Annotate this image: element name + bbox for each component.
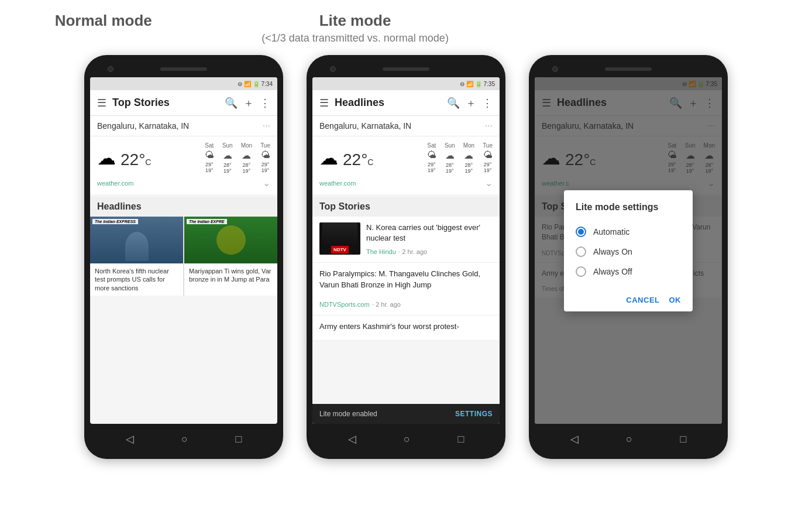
status-icons-1: ⊖ 📶 🔋 7:34 — [238, 81, 273, 87]
dialog-cancel-btn[interactable]: CANCEL — [626, 296, 659, 304]
dialog-option-always-off-label: Always Off — [593, 267, 632, 276]
news-source-2: NDTVSports.com — [319, 301, 370, 308]
location-bar-1: Bengaluru, Karnataka, IN ··· — [90, 116, 277, 136]
radio-always-off[interactable] — [576, 266, 586, 277]
wifi-icon: 📶 — [244, 81, 251, 87]
weather-temp-2: 22°C — [343, 150, 373, 169]
back-btn-1[interactable]: ◁ — [126, 433, 134, 445]
more-icon-1[interactable]: ⋮ — [260, 97, 270, 109]
settings-link[interactable]: SETTINGS — [455, 410, 493, 418]
news-card-2[interactable]: Rio Paralympics: M. Thangavelu Clinches … — [312, 263, 500, 315]
weather-link-2[interactable]: weather.com — [319, 180, 356, 187]
news-thumb-1: NDTV — [319, 222, 360, 255]
camera-dot-2 — [330, 66, 336, 72]
weather-footer-1: weather.com ⌄ — [97, 177, 270, 188]
recent-btn-2[interactable]: □ — [457, 433, 464, 445]
weather-footer-2: weather.com ⌄ — [319, 177, 493, 188]
lite-mode-title: Lite mode — [262, 12, 449, 30]
phones-row: ⊖ 📶 🔋 7:34 ☰ Top Stories 🔍 ＋ ⋮ Bengaluru… — [0, 55, 812, 459]
search-icon-1[interactable]: 🔍 — [225, 97, 238, 109]
lite-mode-header: Lite mode (<1/3 data transmitted vs. nor… — [262, 12, 449, 44]
home-btn-2[interactable]: ○ — [404, 433, 410, 445]
news-card-1[interactable]: NDTV N. Korea carries out 'biggest ever'… — [312, 217, 500, 263]
camera-dot-3 — [552, 66, 558, 72]
section-header-2: Top Stories — [312, 197, 500, 217]
big-news-card-2[interactable]: The Indian EXPRE Mariyappan Ti wins gold… — [184, 217, 277, 296]
weather-days-1: Sat 🌤 29°19° Sun ☁ 28°19° Mon ☁ 28° — [205, 142, 270, 174]
weather-day-sun-2: Sun ☁ 28°19° — [445, 142, 455, 174]
recent-btn-1[interactable]: □ — [235, 433, 242, 445]
weather-main-icon-1: ☁ — [97, 147, 116, 169]
search-icon-2[interactable]: 🔍 — [447, 97, 460, 109]
location-text-2: Bengaluru, Karnataka, IN — [319, 121, 411, 131]
normal-mode-header: Normal mode — [55, 12, 152, 44]
location-more-1[interactable]: ··· — [263, 121, 270, 131]
back-btn-2[interactable]: ◁ — [348, 433, 356, 445]
dialog-option-automatic-label: Automatic — [593, 227, 629, 236]
news-img-label-2: The Indian EXPRE — [187, 219, 227, 224]
news-time-2: · 2 hr. ago — [372, 301, 401, 308]
status-icons-2: ⊖ 📶 🔋 7:35 — [460, 81, 495, 87]
ndtv-label: NDTV — [331, 246, 349, 253]
home-btn-1[interactable]: ○ — [181, 433, 188, 445]
weather-day-mon-1: Mon ☁ 28°19° — [241, 142, 252, 174]
weather-day-mon-2: Mon ☁ 28°19° — [463, 142, 474, 174]
dialog-option-always-off[interactable]: Always Off — [576, 262, 681, 282]
wifi-icon-2: 📶 — [466, 81, 473, 87]
lite-mode-bar: Lite mode enabled SETTINGS — [312, 404, 500, 424]
camera-dot — [108, 66, 113, 72]
location-more-2[interactable]: ··· — [485, 121, 493, 131]
news-card-3[interactable]: Army enters Kashmir's four worst protest… — [312, 316, 500, 341]
normal-mode-title: Normal mode — [55, 12, 152, 30]
lite-mode-subtitle: (<1/3 data transmitted vs. normal mode) — [262, 32, 449, 44]
status-bar-1: ⊖ 📶 🔋 7:34 — [90, 77, 277, 90]
big-news-card-1[interactable]: The Indian EXPRESS North Korea's fifth n… — [90, 217, 183, 296]
weather-link-1[interactable]: weather.com — [97, 180, 133, 187]
menu-icon-2[interactable]: ☰ — [319, 97, 329, 109]
spacer-2 — [312, 341, 500, 404]
weather-widget-1: ☁ 22°C Sat 🌤 29°19° Sun ☁ 28°19° — [90, 136, 277, 194]
news-caption-1: North Korea's fifth nuclear test prompts… — [90, 263, 183, 296]
phone1-screen: ⊖ 📶 🔋 7:34 ☰ Top Stories 🔍 ＋ ⋮ Bengaluru… — [90, 77, 277, 424]
dialog-ok-btn[interactable]: OK — [669, 296, 682, 304]
status-bar-2: ⊖ 📶 🔋 7:35 — [312, 77, 500, 90]
phone2-bottom-bar: ◁ ○ □ — [312, 427, 500, 451]
radio-always-on[interactable] — [576, 246, 586, 257]
news-img-2: The Indian EXPRE — [184, 217, 277, 263]
weather-row-2: ☁ 22°C Sat 🌤 29°19° Sun ☁ 28°19° — [319, 142, 493, 174]
weather-day-sat-2: Sat 🌤 29°19° — [427, 142, 436, 174]
weather-expand-1[interactable]: ⌄ — [263, 177, 270, 188]
section-header-1: Headlines — [90, 197, 277, 217]
phone2-screen: ⊖ 📶 🔋 7:35 ☰ Headlines 🔍 ＋ ⋮ Bengaluru, … — [312, 77, 500, 424]
page-headers: Normal mode Lite mode (<1/3 data transmi… — [0, 12, 812, 44]
big-news-grid-1: The Indian EXPRESS North Korea's fifth n… — [90, 217, 277, 296]
weather-day-sun-1: Sun ☁ 28°19° — [222, 142, 233, 174]
dialog-overlay: Lite mode settings Automatic Always On — [535, 77, 722, 424]
dialog-title: Lite mode settings — [576, 202, 681, 212]
dialog-actions: CANCEL OK — [576, 291, 681, 304]
weather-day-tue-2: Tue 🌤 29°19° — [483, 142, 493, 174]
location-bar-2: Bengaluru, Karnataka, IN ··· — [312, 116, 500, 136]
lite-mode-dialog: Lite mode settings Automatic Always On — [564, 190, 693, 311]
phone2-top — [312, 63, 500, 75]
signal-icon-2: ⊖ — [460, 81, 465, 87]
menu-icon-1[interactable]: ☰ — [97, 97, 106, 109]
more-icon-2[interactable]: ⋮ — [482, 97, 493, 109]
add-icon-2[interactable]: ＋ — [466, 96, 476, 110]
weather-expand-2[interactable]: ⌄ — [485, 177, 493, 188]
back-btn-3[interactable]: ◁ — [570, 433, 579, 445]
recent-btn-3[interactable]: □ — [680, 433, 686, 445]
battery-icon-2: 🔋 — [475, 81, 482, 87]
dialog-option-always-on[interactable]: Always On — [576, 242, 681, 262]
app-title-2: Headlines — [335, 97, 441, 109]
home-btn-3[interactable]: ○ — [626, 433, 632, 445]
phone3-bottom-bar: ◁ ○ □ — [535, 427, 722, 451]
news-title-3: Army enters Kashmir's four worst protest… — [319, 321, 459, 332]
add-icon-1[interactable]: ＋ — [243, 96, 254, 110]
lite-mode-text: Lite mode enabled — [319, 410, 377, 418]
dialog-option-automatic[interactable]: Automatic — [576, 222, 681, 242]
time-2: 7:35 — [484, 81, 495, 87]
news-img-label-1: The Indian EXPRESS — [92, 219, 138, 224]
news-meta-1: The Hindu · 2 hr. ago — [366, 246, 493, 256]
radio-automatic[interactable] — [576, 227, 586, 237]
